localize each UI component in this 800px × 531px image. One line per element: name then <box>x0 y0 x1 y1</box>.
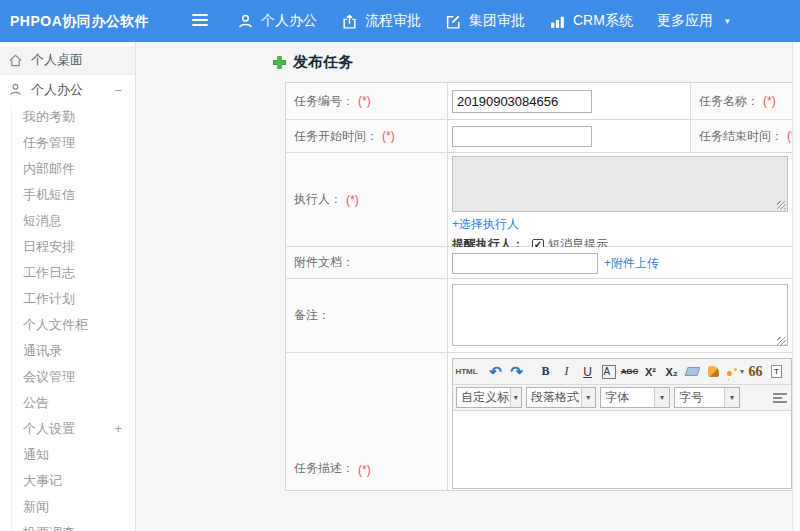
task-name-label: 任务名称：(*) <box>691 83 792 120</box>
main-content: 发布任务 任务编号：(*) 任务名称：(*) 任务开始时间：(*) 任务结束时间… <box>137 42 792 531</box>
format-brush-button[interactable] <box>704 362 723 382</box>
end-time-label: 任务结束时间：(*) <box>691 120 792 153</box>
sidebar-item-mobile-sms[interactable]: 手机短信 <box>0 182 135 208</box>
sidebar-item-file-cabinet[interactable]: 个人文件柜 <box>0 312 135 338</box>
heading-select[interactable]: 自定义标题 ▾ <box>456 387 522 408</box>
bold-button[interactable]: B <box>536 362 555 382</box>
font-family-select[interactable]: 字体 ▾ <box>600 387 670 408</box>
sidebar-item-vote[interactable]: 投票调查 <box>0 520 135 531</box>
expand-icon[interactable]: + <box>114 416 122 442</box>
description-label: 任务描述：(*) <box>286 353 448 490</box>
add-plus-icon <box>273 56 286 69</box>
html-source-button[interactable]: HTML <box>457 362 476 382</box>
user-icon <box>8 82 23 97</box>
caret-down-icon: ▾ <box>724 388 739 407</box>
sidebar-item-announcement[interactable]: 公告 <box>0 390 135 416</box>
vertical-scrollbar[interactable] <box>792 42 800 531</box>
choose-executor-link[interactable]: +选择执行人 <box>452 216 519 233</box>
publish-task-form: 任务编号：(*) 任务名称：(*) 任务开始时间：(*) 任务结束时间：(*) … <box>285 82 792 491</box>
sidebar-item-contacts[interactable]: 通讯录 <box>0 338 135 364</box>
italic-button[interactable]: I <box>557 362 576 382</box>
nav-group-approval[interactable]: 集团审批 <box>445 12 525 30</box>
undo-button[interactable]: ↶ <box>486 362 505 382</box>
nav-workflow-approval[interactable]: 流程审批 <box>341 12 421 30</box>
font-size-select[interactable]: 字号 ▾ <box>674 387 740 408</box>
sidebar-item-meeting-management[interactable]: 会议管理 <box>0 364 135 390</box>
sidebar-item-label: 个人设置 <box>23 421 75 436</box>
autoformat-button[interactable]: ▾ <box>725 362 744 382</box>
nav-personal-office[interactable]: 个人办公 <box>237 12 317 30</box>
collapse-icon[interactable]: − <box>114 82 122 97</box>
sidebar-item-memorabilia[interactable]: 大事记 <box>0 468 135 494</box>
editor-toolbar-row2: 自定义标题 ▾ 段落格式 ▾ 字体 ▾ 字号 ▾ <box>453 385 791 411</box>
attachment-upload-link[interactable]: +附件上传 <box>604 255 659 272</box>
caret-down-icon: ▾ <box>510 388 521 407</box>
attachment-input[interactable] <box>452 253 598 274</box>
eraser-icon <box>685 367 701 376</box>
menu-toggle-button[interactable] <box>192 14 208 28</box>
sidebar: 个人桌面 个人办公 − 我的考勤 任务管理 内部邮件 手机短信 短消息 日程安排… <box>0 42 136 531</box>
paste-button[interactable]: T <box>767 362 786 382</box>
executor-list-box <box>452 156 788 212</box>
nav-label: 个人办公 <box>261 12 317 30</box>
task-number-cell <box>448 83 691 120</box>
sidebar-submenu: 我的考勤 任务管理 内部邮件 手机短信 短消息 日程安排 工作日志 工作计划 个… <box>0 104 135 531</box>
topbar: PHPOA协同办公软件 个人办公 流程审批 集团审批 CRM系统 <box>0 0 800 42</box>
caret-down-icon: ▾ <box>740 367 744 376</box>
sidebar-item-work-plan[interactable]: 工作计划 <box>0 286 135 312</box>
sidebar-item-notice[interactable]: 通知 <box>0 442 135 468</box>
start-time-input[interactable] <box>452 126 592 147</box>
underline-button[interactable]: U <box>578 362 597 382</box>
sidebar-item-internal-mail[interactable]: 内部邮件 <box>0 156 135 182</box>
resize-handle-icon[interactable] <box>777 337 786 346</box>
sidebar-item-work-log[interactable]: 工作日志 <box>0 260 135 286</box>
sidebar-item-personal-settings[interactable]: 个人设置 + <box>0 416 135 442</box>
remark-textarea[interactable] <box>452 284 788 346</box>
redo-button[interactable]: ↷ <box>507 362 526 382</box>
font-border-button[interactable]: A <box>602 365 616 379</box>
superscript-button[interactable]: X² <box>641 362 660 382</box>
subscript-button[interactable]: X₂ <box>662 362 681 382</box>
caret-down-icon: ▾ <box>581 388 595 407</box>
executor-label: 执行人：(*) <box>286 153 448 247</box>
sidebar-item-personal-desktop[interactable]: 个人桌面 <box>0 46 135 75</box>
align-left-button[interactable] <box>770 388 790 408</box>
attachment-cell: +附件上传 <box>448 247 792 279</box>
app-logo: PHPOA协同办公软件 <box>10 0 149 42</box>
edit-square-icon <box>445 13 462 30</box>
align-left-icon <box>773 392 787 404</box>
paragraph-format-select[interactable]: 段落格式 ▾ <box>526 387 596 408</box>
editor-content-area[interactable] <box>453 411 791 488</box>
strikethrough-button[interactable]: ABC <box>620 362 639 382</box>
sidebar-item-attendance[interactable]: 我的考勤 <box>0 104 135 130</box>
nav-label: 更多应用 <box>657 12 713 30</box>
eraser-button[interactable] <box>683 362 702 382</box>
blockquote-button[interactable]: 66 <box>746 362 765 382</box>
alignment-buttons <box>770 388 791 408</box>
sidebar-item-task-management[interactable]: 任务管理 <box>0 130 135 156</box>
sidebar-item-news[interactable]: 新闻 <box>0 494 135 520</box>
caret-down-icon: ▾ <box>725 16 730 26</box>
description-cell: HTML ↶ ↷ B I U A ABC X² X₂ ▾ <box>448 353 792 490</box>
nav-more-apps[interactable]: 更多应用 ▾ <box>657 12 730 30</box>
autoformat-wand-icon <box>727 371 732 376</box>
sidebar-item-personal-office[interactable]: 个人办公 − <box>0 75 135 104</box>
task-number-label: 任务编号：(*) <box>286 83 448 120</box>
user-icon <box>237 13 254 30</box>
bar-chart-icon <box>549 13 566 30</box>
flow-approve-icon <box>341 13 358 30</box>
caret-down-icon: ▾ <box>654 388 669 407</box>
start-time-label: 任务开始时间：(*) <box>286 120 448 153</box>
sidebar-item-short-message[interactable]: 短消息 <box>0 208 135 234</box>
remark-cell <box>448 279 792 353</box>
top-navigation: 个人办公 流程审批 集团审批 CRM系统 更多应用 ▾ <box>237 0 729 42</box>
resize-handle-icon[interactable] <box>777 201 786 210</box>
sidebar-item-schedule[interactable]: 日程安排 <box>0 234 135 260</box>
nav-label: 集团审批 <box>469 12 525 30</box>
task-number-input[interactable] <box>452 90 592 113</box>
richtext-editor: HTML ↶ ↷ B I U A ABC X² X₂ ▾ <box>452 358 792 489</box>
home-icon <box>8 53 23 68</box>
nav-crm-system[interactable]: CRM系统 <box>549 12 633 30</box>
sidebar-item-label: 个人办公 <box>31 81 83 99</box>
page-title-text: 发布任务 <box>293 53 353 72</box>
